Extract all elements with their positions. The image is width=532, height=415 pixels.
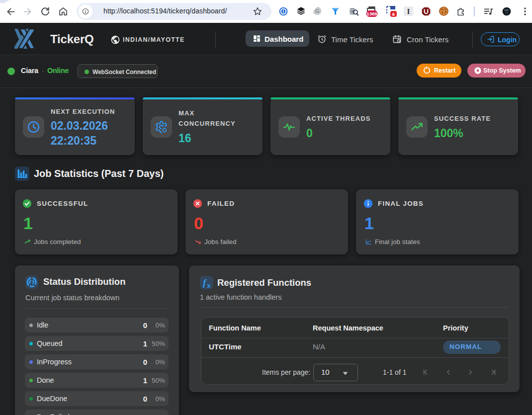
- svg-text:I: I: [407, 8, 410, 15]
- svg-text:1369: 1369: [366, 11, 377, 16]
- svg-text:6: 6: [392, 11, 395, 17]
- svg-text:x: x: [207, 282, 211, 289]
- svg-text:G: G: [315, 7, 319, 14]
